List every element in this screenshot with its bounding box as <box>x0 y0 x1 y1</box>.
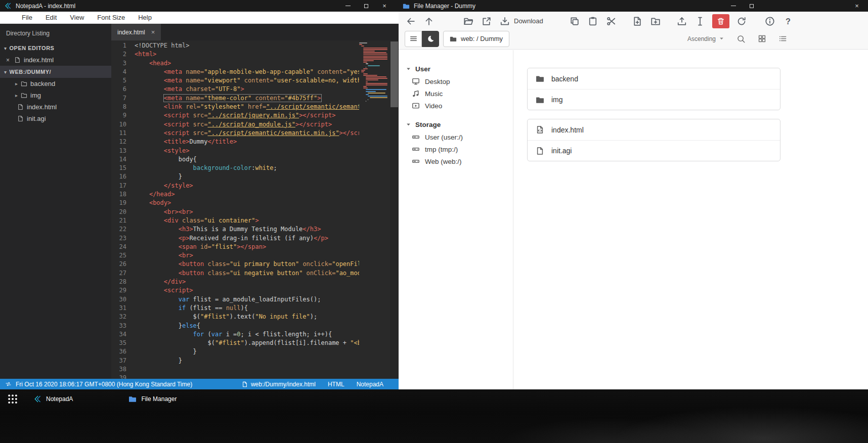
taskbar-file-manager[interactable]: File Manager <box>122 392 183 406</box>
code-line: 39 <box>111 374 359 379</box>
file-item-backend[interactable]: backend <box>528 68 780 89</box>
fm-side-music[interactable]: Music <box>406 87 513 100</box>
refresh-button[interactable] <box>735 14 748 28</box>
menu-view[interactable]: View <box>63 14 91 21</box>
copy-button[interactable] <box>569 14 581 28</box>
code-line: 9 <script src="../script/jquery.min.js">… <box>111 111 359 120</box>
fm-side-desktop[interactable]: Desktop <box>406 75 513 87</box>
code-line: 14 body{ <box>111 155 359 164</box>
svg-text:?: ? <box>786 16 791 25</box>
tree-section-web-dummy[interactable]: ▾WEB:/DUMMY/ <box>0 66 111 78</box>
fm-section-storage[interactable]: Storage <box>406 118 513 131</box>
file-icon <box>14 57 21 63</box>
fm-side-web-web[interactable]: Web (web:/) <box>406 155 513 167</box>
fm-close-button[interactable]: × <box>854 3 860 9</box>
fm-section-user[interactable]: User <box>406 62 513 75</box>
editor-scrollbar-thumb[interactable] <box>390 41 398 107</box>
menu-button[interactable] <box>405 31 422 47</box>
menu-file[interactable]: File <box>15 14 39 21</box>
tab-label: index.html <box>117 29 145 36</box>
minimap[interactable] <box>359 42 388 105</box>
file-icon <box>17 104 24 110</box>
tree-item-backend[interactable]: ▸backend <box>0 78 111 90</box>
code-line: 35 $("#flist").append(flist[i].filename … <box>111 339 359 347</box>
file-item-init-agi[interactable]: init.agi <box>528 140 780 161</box>
breadcrumb[interactable]: web: / Dummy <box>443 31 509 47</box>
status-datetime: Fri Oct 16 2020 18:06:17 GMT+0800 (Hong … <box>16 381 192 388</box>
tabbar: index.html × <box>111 24 399 40</box>
filemanager-logo-icon <box>403 3 410 10</box>
tree-item-init-agi[interactable]: init.agi <box>0 113 111 124</box>
new-folder-button[interactable] <box>649 14 662 28</box>
code-line: 12 <title>Dummy</title> <box>111 138 359 146</box>
open-in-new-tab-button[interactable] <box>481 14 493 28</box>
menu-font-size[interactable]: Font Size <box>91 14 132 21</box>
sort-label: Ascending <box>687 35 716 42</box>
code-line: 17 </style> <box>111 182 359 190</box>
list-view-icon[interactable] <box>778 34 787 43</box>
minimize-button[interactable] <box>345 3 351 9</box>
statusbar-right: web:/Dummy/index.html HTML NotepadA <box>242 381 383 388</box>
up-button[interactable] <box>423 14 435 28</box>
file-item-index-html[interactable]: index.html <box>528 119 780 140</box>
tree-item-index-html[interactable]: index.html <box>0 101 111 113</box>
delete-button[interactable] <box>712 14 729 28</box>
cut-button[interactable] <box>605 14 617 28</box>
code-line: 7 <meta name="theme-color" content="#4b7… <box>111 94 359 103</box>
caret-down-icon <box>406 66 411 72</box>
fm-minimize-button[interactable] <box>730 3 736 9</box>
caret-down-icon <box>719 36 724 41</box>
tree-item-index-html[interactable]: ×index.html <box>0 54 111 66</box>
code-line: 21 <div class="ui container"> <box>111 216 359 225</box>
fm-content: UserDesktopMusicVideoStorageUser (user:/… <box>399 50 868 389</box>
filemanager-window-title: File Manager - Dummy <box>414 3 475 10</box>
code-lines[interactable]: 1<!DOCTYPE html>2<html>3 <head>4 <meta n… <box>111 41 359 379</box>
menu-edit[interactable]: Edit <box>39 14 63 21</box>
notepada-window: NotepadA - index.html × FileEditViewFont… <box>0 0 399 389</box>
code-editor[interactable]: 1<!DOCTYPE html>2<html>3 <head>4 <meta n… <box>111 40 399 379</box>
open-button[interactable] <box>462 14 474 28</box>
tab-close-icon[interactable]: × <box>151 28 155 36</box>
code-line: 29 <script> <box>111 286 359 295</box>
restore-button[interactable] <box>363 3 369 9</box>
tree-section-open-editors[interactable]: ▾OPEN EDITORS <box>0 42 111 54</box>
new-file-button[interactable] <box>631 14 643 28</box>
fm-side-video[interactable]: Video <box>406 100 513 112</box>
desktop-icon <box>412 77 420 85</box>
code-line: 31 if (flist == null){ <box>111 304 359 313</box>
editor-scrollbar[interactable] <box>390 40 399 379</box>
tab-index-html[interactable]: index.html × <box>111 24 161 40</box>
close-editor-icon[interactable]: × <box>6 57 11 64</box>
tree-item-img[interactable]: ▸img <box>0 90 111 101</box>
rename-button[interactable] <box>694 14 706 28</box>
fm-side-user-user[interactable]: User (user:/) <box>406 131 513 143</box>
hamburger-icon <box>409 34 418 43</box>
status-filepath: web:/Dummy/index.html <box>251 381 316 388</box>
music-icon <box>412 90 420 98</box>
paste-button[interactable] <box>587 14 599 28</box>
view-toggle-group <box>405 31 439 47</box>
folder-icon <box>21 80 27 87</box>
fm-logo-icon <box>128 395 137 403</box>
darkmode-button[interactable] <box>422 31 439 47</box>
file-item-img[interactable]: img <box>528 89 780 110</box>
code-line: 38 <box>111 365 359 374</box>
search-icon[interactable] <box>736 34 746 43</box>
close-button[interactable]: × <box>381 3 387 9</box>
grid-view-icon[interactable] <box>758 34 766 43</box>
download-button[interactable]: Download <box>499 14 544 28</box>
code-line: 19 <body> <box>111 199 359 207</box>
fm-side-tmp-tmp[interactable]: tmp (tmp:/) <box>406 143 513 155</box>
help-button[interactable]: ? <box>782 14 794 28</box>
app-launcher-button[interactable] <box>5 391 20 407</box>
notepada-titlebar[interactable]: NotepadA - index.html × <box>0 0 399 12</box>
menu-help[interactable]: Help <box>132 14 158 21</box>
info-button[interactable] <box>764 14 776 28</box>
taskbar-notepada[interactable]: NotepadA <box>27 392 79 406</box>
filemanager-titlebar[interactable]: File Manager - Dummy × <box>399 0 868 12</box>
back-button[interactable] <box>405 14 417 28</box>
upload-button[interactable] <box>676 14 688 28</box>
sort-dropdown[interactable]: Ascending <box>687 35 724 42</box>
fm-restore-button[interactable] <box>749 3 755 9</box>
notepada-window-title: NotepadA - index.html <box>16 3 75 10</box>
